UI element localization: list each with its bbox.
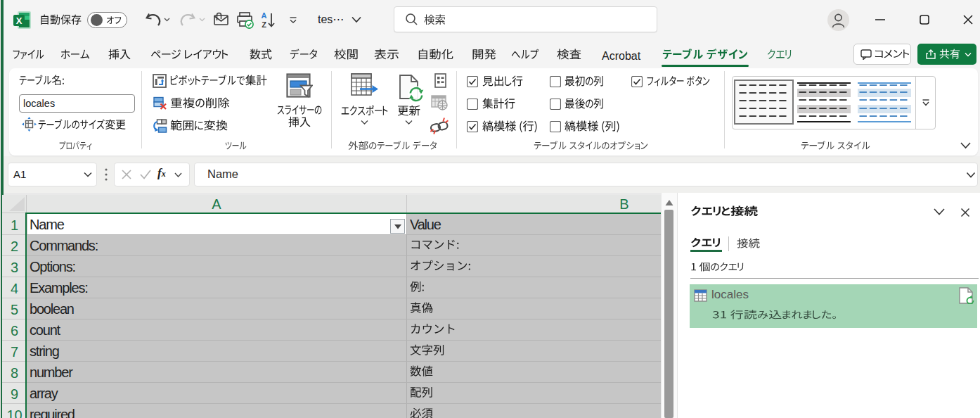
svg-text:Z: Z (262, 20, 266, 29)
svg-text:A: A (262, 11, 267, 20)
svg-text:X: X (16, 15, 22, 26)
